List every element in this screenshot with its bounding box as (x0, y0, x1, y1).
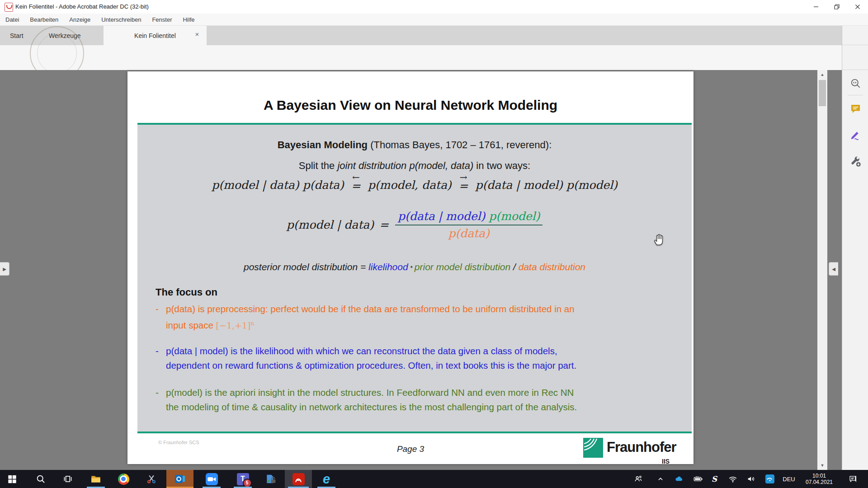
wifi-icon (728, 474, 738, 484)
menu-item-unterschreiben[interactable]: Unterschreiben (96, 14, 146, 25)
menu-item-hilfe[interactable]: Hilfe (177, 14, 200, 25)
split-italic: joint distribution p(model, data) (337, 160, 473, 171)
fill-sign-panel-button[interactable] (849, 128, 862, 141)
acrobat-button[interactable] (285, 470, 312, 488)
task-view-icon (62, 473, 74, 485)
comment-bubble-icon (849, 103, 862, 115)
restore-icon (834, 4, 840, 9)
notification-icon (848, 474, 858, 484)
eq2-equals: = (379, 218, 389, 231)
menu-item-datei[interactable]: Datei (0, 14, 24, 25)
tab-bar: Start Werkzeuge Kein Folientitel × (0, 26, 868, 45)
action-center-button[interactable] (844, 470, 862, 488)
blue-app-tray-icon[interactable] (763, 470, 777, 488)
window-title: Kein Folientitel - Adobe Acrobat Reader … (15, 3, 149, 10)
people-tray-button[interactable] (631, 470, 646, 488)
snipping-tool-button[interactable] (139, 470, 164, 488)
onedrive-tray-icon[interactable] (672, 470, 686, 488)
chrome-button[interactable] (111, 470, 136, 488)
tab-document-active[interactable]: Kein Folientitel × (104, 26, 207, 45)
battery-tray-icon[interactable] (691, 470, 705, 488)
vertical-scrollbar[interactable]: ▲ ▼ (817, 70, 827, 470)
fraunhofer-wordmark: Fraunhofer (607, 439, 676, 455)
taskbar-search-button[interactable] (28, 470, 53, 488)
main-toolbar: / 258 85% ▾ ▾ (0, 45, 842, 70)
close-button[interactable] (847, 0, 868, 14)
bullet-line: p(data | model) is the likelihood with w… (166, 346, 557, 356)
bullet-line: p(model) is the apriori insight in the m… (166, 387, 574, 398)
cloud-icon (674, 474, 684, 484)
fraunhofer-logo (583, 438, 603, 458)
zoom-navigate-icon (849, 77, 862, 89)
file-explorer-button[interactable] (84, 470, 108, 488)
posterior-data: data distribution (519, 262, 585, 272)
zoom-app-icon (206, 473, 218, 485)
teams-button[interactable]: T 5 (231, 470, 255, 488)
page-navigation-tool[interactable] (849, 76, 862, 90)
date-label: 07.04.2021 (806, 479, 833, 485)
posterior-likelihood: likelihood (368, 262, 408, 272)
pdf-page: A Bayesian View on Neural Network Modeli… (127, 71, 693, 464)
slide-title: A Bayesian View on Neural Network Modeli… (127, 98, 693, 113)
more-tools-button[interactable] (849, 155, 862, 168)
interval-brackets: [−1,+1] (216, 320, 251, 330)
bullet-pdata-model: - p(data | model) is the likelihood with… (156, 344, 576, 373)
interval-math: [−1,+1]n (216, 320, 255, 330)
bullet-line: the modeling of time & causality in netw… (166, 402, 577, 412)
split-prefix: Split the (299, 160, 338, 171)
task-view-button[interactable] (56, 470, 80, 488)
focus-heading: The focus on (156, 286, 217, 298)
bullet-text: p(data) is preprocessing: perfect would … (166, 302, 575, 333)
minimize-icon (813, 4, 819, 9)
eq1-middle: p(model, data) (368, 178, 452, 192)
wifi-tray-icon[interactable] (726, 470, 740, 488)
internet-explorer-button[interactable]: e (314, 470, 339, 488)
equation-split: p(model | data) p(data) ←= p(model, data… (137, 174, 692, 192)
posterior-line: posterior model distribution = likelihoo… (137, 262, 692, 272)
fill-sign-pen-icon (849, 129, 862, 141)
open-right-panel-button[interactable]: ◀ (829, 262, 838, 276)
tab-start[interactable]: Start (2, 26, 32, 45)
s-app-tray-icon[interactable]: S (708, 470, 721, 488)
locked-file-icon (265, 473, 277, 485)
minimize-button[interactable] (806, 0, 826, 14)
windows-taskbar: T 5 e S (0, 470, 868, 488)
bullet-dash: - (156, 344, 166, 373)
bullet-dash: - (156, 302, 166, 333)
secure-remote-button[interactable] (259, 470, 283, 488)
menu-item-fenster[interactable]: Fenster (146, 14, 177, 25)
intro-line: Bayesian Modeling (Thomas Bayes, 1702 – … (137, 139, 692, 151)
scroll-up-icon[interactable]: ▲ (817, 70, 827, 79)
intro-rest: (Thomas Bayes, 1702 – 1761, reverend): (368, 139, 552, 150)
tab-werkzeuge[interactable]: Werkzeuge (41, 26, 89, 45)
volume-tray-icon[interactable] (744, 470, 759, 488)
outlook-button[interactable] (166, 470, 193, 488)
menu-item-anzeige[interactable]: Anzeige (64, 14, 96, 25)
scroll-down-icon[interactable]: ▼ (817, 461, 827, 470)
acrobat-app-icon (5, 3, 13, 12)
open-left-panel-button[interactable]: ▶ (0, 262, 9, 276)
panel-right-arrow-icon: ▶ (3, 267, 6, 272)
zoom-app-button[interactable] (199, 470, 224, 488)
tray-expand-button[interactable] (654, 470, 667, 488)
panel-left-arrow-icon: ◀ (832, 267, 835, 272)
chrome-icon (118, 474, 129, 485)
acrobat-reader-window: Kein Folientitel - Adobe Acrobat Reader … (0, 0, 868, 488)
language-indicator[interactable]: DEU (779, 470, 798, 488)
tab-close-icon[interactable]: × (193, 30, 201, 38)
eq1-right: p(data | model) p(model) (476, 178, 618, 192)
scrollbar-thumb[interactable] (819, 80, 826, 106)
bullet-pdata: - p(data) is preprocessing: perfect woul… (156, 302, 575, 333)
snipping-tool-icon (146, 473, 157, 485)
menu-item-bearbeiten[interactable]: Bearbeiten (24, 14, 64, 25)
comments-panel-button[interactable] (849, 102, 862, 115)
bullet-text: p(model) is the apriori insight in the m… (166, 385, 577, 414)
restore-button[interactable] (826, 0, 847, 14)
start-button[interactable] (0, 470, 24, 488)
document-area[interactable]: A Bayesian View on Neural Network Modeli… (0, 70, 842, 470)
bullet-dash: - (156, 385, 166, 414)
clock[interactable]: 10:01 07.04.2021 (798, 470, 840, 488)
bullet-text: p(data | model) is the likelihood with w… (166, 344, 576, 373)
people-icon (633, 474, 643, 484)
speaker-icon (746, 474, 756, 484)
